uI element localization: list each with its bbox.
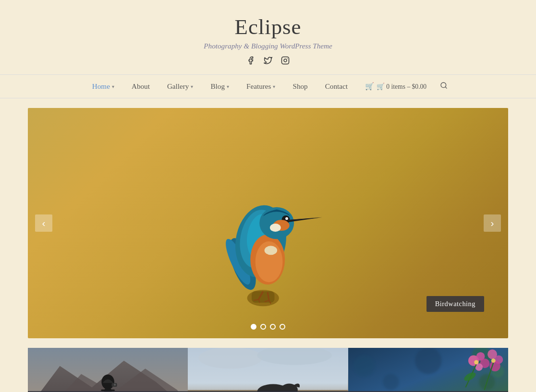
thumb-bg	[28, 348, 188, 392]
search-button[interactable]	[435, 75, 452, 98]
social-icons	[10, 56, 526, 67]
slider-dot-2[interactable]	[260, 324, 266, 330]
slider-dots	[251, 324, 285, 330]
nav-item-about[interactable]: About	[123, 75, 158, 97]
site-header: Eclipse Photography & Blogging WordPress…	[0, 0, 536, 74]
hero-slider: ‹ › Birdwatching	[28, 108, 508, 338]
slider-prev-button[interactable]: ‹	[35, 214, 52, 232]
thumbnail-prints[interactable]: Buy my Prints	[348, 348, 508, 392]
chevron-down-icon: ▾	[191, 83, 193, 89]
svg-rect-0	[282, 57, 289, 64]
svg-point-18	[270, 224, 281, 232]
nav-item-blog[interactable]: Blog ▾	[202, 75, 238, 97]
nav-item-contact[interactable]: Contact	[317, 75, 356, 97]
nav-item-gallery[interactable]: Gallery ▾	[158, 75, 202, 97]
thumb-bg	[188, 348, 348, 392]
thumb-bg	[348, 348, 508, 392]
nav-cart[interactable]: 🛒 🛒 0 items – $0.00	[356, 75, 435, 97]
chevron-down-icon: ▾	[227, 83, 229, 89]
thumbnail-about-me[interactable]: About me	[28, 348, 188, 392]
svg-rect-5	[252, 291, 274, 303]
svg-point-56	[491, 358, 495, 363]
svg-point-16	[285, 217, 288, 220]
thumbnail-instagram[interactable]: Follow @Instagram	[188, 348, 348, 392]
svg-point-33	[114, 383, 116, 385]
slider-label: Birdwatching	[426, 296, 484, 312]
site-tagline: Photography & Blogging WordPress Theme	[10, 42, 526, 50]
svg-line-3	[445, 87, 447, 88]
site-title: Eclipse	[10, 14, 526, 39]
slider-dot-4[interactable]	[280, 324, 285, 330]
nav-item-home[interactable]: Home ▾	[84, 75, 123, 97]
chevron-down-icon: ▾	[112, 83, 114, 89]
cart-icon: 🛒	[365, 82, 374, 91]
slider-dot-3[interactable]	[270, 324, 276, 330]
slider-dot-1[interactable]	[251, 324, 256, 330]
thumbnails-row: About me	[28, 348, 508, 392]
instagram-icon[interactable]	[281, 56, 290, 67]
svg-point-13	[265, 246, 278, 255]
slider-container: ‹ › Birdwatching	[28, 108, 508, 338]
svg-point-60	[353, 356, 375, 377]
svg-point-61	[383, 374, 399, 390]
chevron-down-icon: ▾	[273, 83, 275, 89]
slider-next-button[interactable]: ›	[484, 214, 501, 232]
main-nav: Home ▾ About Gallery ▾ Blog ▾ Features ▾…	[0, 74, 536, 98]
svg-point-55	[474, 360, 478, 365]
facebook-icon[interactable]	[246, 56, 255, 67]
kingfisher-bird	[189, 137, 333, 309]
svg-point-35	[199, 348, 263, 368]
svg-point-62	[415, 348, 442, 374]
nav-item-shop[interactable]: Shop	[284, 75, 316, 97]
twitter-icon[interactable]	[264, 56, 272, 67]
nav-item-features[interactable]: Features ▾	[238, 75, 284, 97]
